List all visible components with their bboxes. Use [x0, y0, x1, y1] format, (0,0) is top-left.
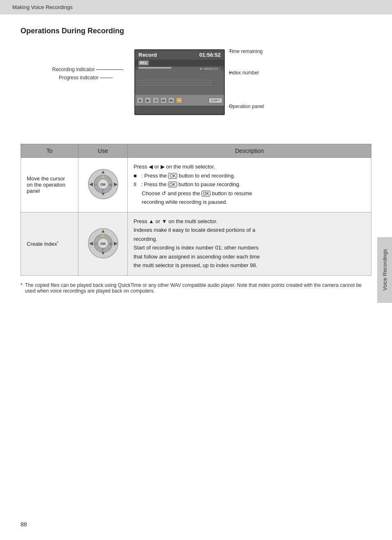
multi-selector-1: OK ▲ ▼ ◀ ▶ ⚡ ↺ ⊠ 🕊 — [87, 168, 120, 201]
panel-play-btn: ▶ — [145, 97, 151, 104]
col-header-to: To — [21, 144, 78, 158]
svg-text:⊠: ⊠ — [109, 242, 112, 245]
index-number-label: Index number — [229, 70, 259, 76]
desc-text-1: Press ◀ or ▶ on the multi selector. ■ : … — [134, 163, 365, 206]
header-title: Making Voice Recordings — [12, 4, 73, 10]
panel-prev-btn: ⏪ — [176, 97, 182, 104]
screen-top-bar: Record 01:56:52 — [135, 50, 224, 60]
multi-selector-2: OK ▲ ▼ ◀ ▶ ⚡ ↺ ⊠ 🕊 — [87, 227, 120, 260]
table-row: Create index* OK ▲ ▼ ◀ ▶ ⚡ ↺ ⊠ — [21, 212, 371, 275]
top-header: Making Voice Recordings — [0, 0, 392, 14]
desc-line-1-1: Press ◀ or ▶ on the multi selector. — [134, 163, 365, 171]
main-content: Operations During Recording Recording in… — [0, 14, 392, 306]
index-number-callout: Index number — [229, 72, 232, 73]
recording-indicator-label: Recording indicator — [52, 67, 95, 72]
side-tab: Voice Recordings — [377, 237, 392, 303]
time-remaining-label: Time remaining — [229, 48, 263, 54]
table-row: Move the cursor on the operation panel O… — [21, 158, 371, 212]
desc-line-2-3: recording. — [134, 235, 365, 243]
svg-text:◀: ◀ — [89, 181, 93, 187]
desc-col-1: Press ◀ or ▶ on the multi selector. ■ : … — [128, 158, 371, 212]
desc-text-2: Press ▲ or ▼ on the multi selector. Inde… — [134, 217, 365, 270]
operation-panel-label: Operation panel — [229, 104, 264, 109]
screen-time: 01:56:52 — [199, 52, 221, 58]
desc-col-2: Press ▲ or ▼ on the multi selector. Inde… — [128, 212, 371, 275]
panel-copy-btn: COPY — [209, 98, 222, 103]
progress-bar-area: ≑ INDEX 01 — [138, 67, 221, 70]
screen-line-1 — [138, 80, 212, 81]
time-remaining-callout: Time remaining — [229, 51, 232, 51]
svg-text:▼: ▼ — [101, 250, 106, 256]
svg-text:▲: ▲ — [101, 169, 106, 175]
footnote-star: * — [21, 282, 23, 294]
screen-record-label: Record — [138, 52, 157, 58]
desc-line-2-4: Start of recording is index number 01; o… — [134, 244, 365, 252]
svg-text:⊠: ⊠ — [109, 183, 112, 186]
page-number: 88 — [21, 521, 27, 528]
use-col-2: OK ▲ ▼ ◀ ▶ ⚡ ↺ ⊠ 🕊 — [78, 212, 128, 275]
progress-indicator-label: Progress indicator — [59, 75, 99, 81]
svg-text:OK: OK — [100, 182, 106, 187]
panel-ff-btn: ⏭ — [168, 97, 175, 104]
panel-stop-btn: ■ — [137, 97, 143, 104]
recording-indicator-callout: Recording indicator — [52, 67, 123, 72]
operations-table: To Use Description Move the cursor on th… — [21, 144, 371, 276]
use-col-1: OK ▲ ▼ ◀ ▶ ⚡ ↺ ⊠ 🕊 — [78, 158, 128, 212]
diagram-container: Recording indicator Progress indicator R… — [52, 45, 340, 132]
desc-line-2-6: the multi selector is pressed, up to ind… — [134, 261, 365, 270]
desc-line-2-1: Press ▲ or ▼ on the multi selector. — [134, 217, 365, 226]
svg-text:▶: ▶ — [113, 240, 118, 246]
section-title: Operations During Recording — [21, 27, 371, 35]
desc-line-2-5: that follow are assigned in ascending or… — [134, 253, 365, 261]
rec-badge: REC — [138, 60, 149, 65]
svg-text:⚡: ⚡ — [101, 233, 105, 238]
svg-text:▲: ▲ — [101, 228, 106, 234]
panel-rw-btn: ⏮ — [160, 97, 167, 104]
screen-line-3 — [138, 85, 212, 85]
to-col-2: Create index* — [21, 212, 78, 275]
screen-rec-row: REC — [135, 60, 224, 66]
diagram-area: Recording indicator Progress indicator R… — [21, 45, 371, 132]
desc-line-1-3: II : Press the OK button to pause record… — [134, 180, 365, 189]
svg-text:▶: ▶ — [113, 181, 118, 187]
screen-bottom-panel: ■ ▶ ⏸ ⏮ ⏭ ⏪ COPY — [135, 95, 224, 106]
svg-text:↺: ↺ — [95, 183, 97, 186]
screen-body — [135, 70, 224, 95]
desc-line-1-5: recording while recording is paused. — [134, 198, 365, 206]
screen-line-2 — [138, 82, 212, 83]
svg-text:▼: ▼ — [101, 191, 106, 197]
svg-text:⚡: ⚡ — [101, 174, 105, 178]
progress-indicator-callout: Progress indicator — [59, 75, 113, 81]
svg-text:↺: ↺ — [95, 242, 97, 245]
col-header-description: Description — [128, 144, 371, 158]
svg-text:◀: ◀ — [89, 240, 93, 246]
svg-text:🕊: 🕊 — [101, 247, 105, 251]
desc-line-1-2: ■ : Press the OK button to end recording… — [134, 172, 365, 180]
desc-line-2-2: Indexes make it easy to locate desired p… — [134, 226, 365, 234]
desc-line-1-4: Choose ↺ and press the OK button to resu… — [134, 189, 365, 198]
to-text-2: Create index* — [27, 241, 58, 247]
camera-screen: Record 01:56:52 REC ≑ INDEX 01 — [134, 49, 225, 115]
index-label: ≑ INDEX 01 — [200, 67, 218, 71]
operation-panel-callout: Operation panel — [229, 106, 232, 106]
footnote: * The copied files can be played back us… — [21, 282, 371, 294]
col-header-use: Use — [78, 144, 128, 158]
svg-text:🕊: 🕊 — [101, 188, 105, 192]
to-col-1: Move the cursor on the operation panel — [21, 158, 78, 212]
footnote-text: The copied files can be played back usin… — [25, 282, 371, 294]
side-tab-label: Voice Recordings — [382, 249, 388, 291]
panel-pause-btn: ⏸ — [152, 97, 159, 104]
to-text-1: Move the cursor on the operation panel — [27, 175, 65, 194]
svg-text:OK: OK — [100, 242, 106, 246]
progress-bar-fill — [138, 67, 171, 69]
